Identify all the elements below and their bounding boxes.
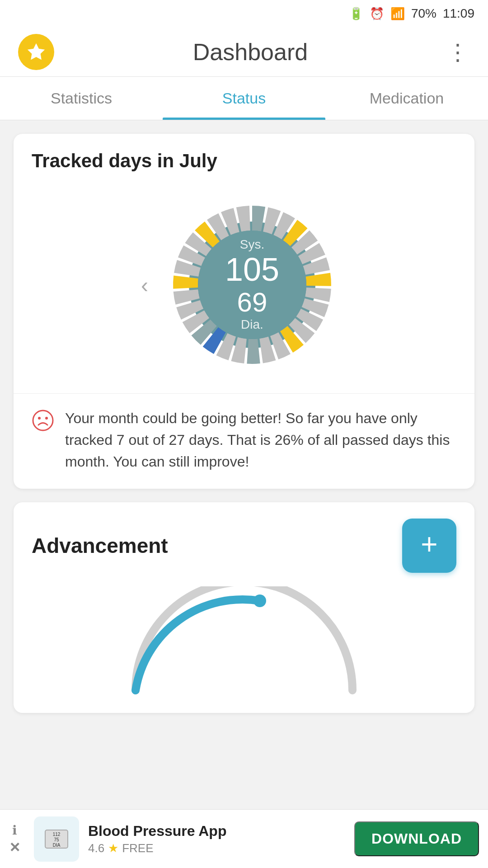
ad-icon-svg: 112 75 DIA (41, 823, 72, 855)
sad-face-icon (32, 409, 54, 436)
message-text: Your month could be going better! So far… (65, 407, 456, 472)
advancement-header: Advancement + (32, 519, 456, 573)
tab-status[interactable]: Status (163, 77, 325, 120)
svg-text:75: 75 (54, 837, 59, 842)
ad-banner: ℹ ✕ 112 75 DIA Blood Pressure App 4.6 ★ … (0, 809, 488, 868)
ad-close-button[interactable]: ✕ (9, 840, 20, 855)
tabs-bar: Statistics Status Medication (0, 77, 488, 120)
tab-statistics[interactable]: Statistics (0, 77, 163, 120)
sad-icon-svg (32, 409, 54, 432)
clock: 11:09 (443, 6, 474, 21)
page-title: Dashboard (54, 38, 446, 66)
alarm-icon: ⏰ (370, 7, 384, 21)
svg-point-3 (38, 417, 41, 420)
ad-app-title: Blood Pressure App (88, 823, 345, 840)
status-bar: 🔋 ⏰ 📶 70% 11:09 (0, 0, 488, 27)
gauge-area (32, 586, 456, 713)
more-options-button[interactable]: ⋮ (446, 41, 470, 63)
tracked-days-card: Tracked days in July ‹ (14, 134, 474, 489)
svg-point-4 (45, 417, 48, 420)
ad-free-label: FREE (122, 841, 153, 855)
star-icon (26, 42, 47, 62)
svg-text:112: 112 (53, 832, 61, 837)
wifi-icon: 📶 (390, 7, 405, 21)
ad-close-area: ℹ ✕ (9, 823, 20, 855)
prev-month-button[interactable]: ‹ (141, 273, 148, 297)
donut-center: Sys. 105 69 Dia. (225, 237, 279, 332)
advancement-title: Advancement (32, 533, 168, 558)
battery-percent: 70% (411, 6, 436, 21)
sys-label: Sys. (225, 237, 279, 252)
card-message-row: Your month could be going better! So far… (14, 393, 474, 489)
ad-info-icon[interactable]: ℹ (12, 823, 17, 838)
dia-value: 69 (225, 288, 279, 318)
tracked-days-title: Tracked days in July (14, 134, 474, 181)
dia-label: Dia. (225, 318, 279, 332)
svg-point-5 (253, 594, 266, 607)
svg-point-2 (33, 410, 53, 430)
download-button[interactable]: DOWNLOAD (354, 821, 479, 856)
ad-star-icon: ★ (108, 841, 118, 855)
star-button[interactable] (18, 34, 54, 70)
add-entry-button[interactable]: + (402, 519, 456, 573)
main-content: Tracked days in July ‹ (0, 120, 488, 713)
app-bar: Dashboard ⋮ (0, 27, 488, 77)
donut-chart: Sys. 105 69 Dia. (157, 190, 347, 380)
ad-subtitle: 4.6 ★ FREE (88, 841, 345, 855)
tab-medication[interactable]: Medication (325, 77, 488, 120)
advancement-card: Advancement + (14, 502, 474, 713)
ad-info-block: Blood Pressure App 4.6 ★ FREE (88, 823, 345, 855)
battery-saver-icon: 🔋 (349, 7, 363, 21)
ad-rating: 4.6 (88, 841, 104, 855)
ad-app-icon: 112 75 DIA (34, 816, 79, 862)
sys-value: 105 (225, 252, 279, 288)
donut-area: ‹ Sys. (14, 181, 474, 393)
svg-text:DIA: DIA (53, 843, 61, 848)
gauge-svg (108, 586, 380, 704)
